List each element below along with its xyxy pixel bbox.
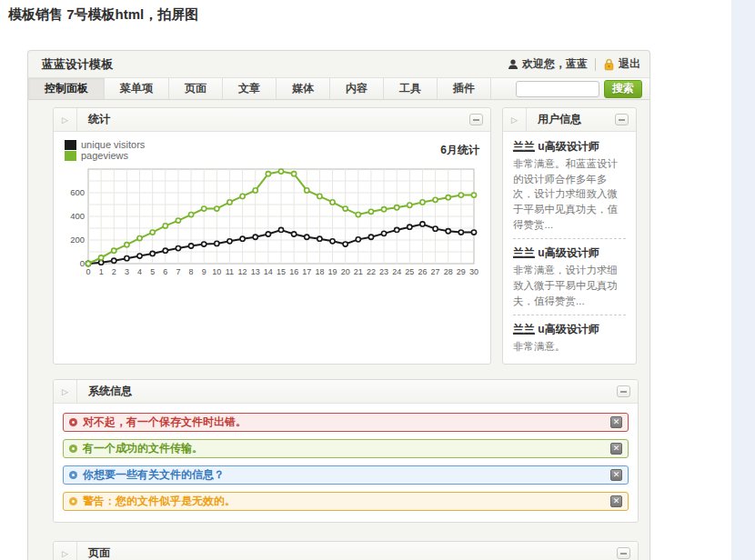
svg-text:21: 21 — [354, 267, 363, 276]
close-icon[interactable]: ✕ — [610, 469, 622, 481]
alert-text: 对不起，有一个保存文件时出错。 — [83, 415, 247, 430]
card-header: 蓝蓝设计模板 欢迎您，蓝蓝 退出 — [28, 51, 649, 77]
alert-info: 你想要一些有关文件的信息？✕ — [63, 465, 629, 485]
system-info-panel: ▷ 系统信息 对不起，有一个保存文件时出错。✕有一个成功的文件传输。✕你想要一些… — [53, 379, 639, 523]
page-title: 模板销售 7号模板html，拍屏图 — [8, 6, 198, 24]
stats-panel-header: ▷ 统计 — [54, 108, 490, 132]
main-navigation: 控制面板菜单项页面文章媒体内容工具插件 搜索 — [28, 77, 649, 100]
person-icon — [508, 59, 518, 70]
legend-swatch — [65, 151, 76, 161]
minimize-button[interactable] — [615, 114, 629, 125]
svg-text:400: 400 — [70, 211, 85, 221]
svg-text:9: 9 — [202, 267, 206, 276]
svg-text:13: 13 — [251, 267, 260, 276]
svg-text:28: 28 — [444, 267, 453, 276]
review-name-line: 兰兰 u高级设计师 — [513, 139, 626, 155]
alert-text: 你想要一些有关文件的信息？ — [83, 467, 225, 483]
system-info-panel-header: ▷ 系统信息 — [54, 380, 638, 404]
chart-svg: 0200400600012345678910111213141516171819… — [65, 165, 479, 278]
logout-link[interactable]: 退出 — [603, 56, 640, 72]
pages-panel-title: 页面 — [77, 545, 110, 560]
stats-panel-body: unique visitorspageviews 6月统计 0200400600… — [54, 132, 490, 289]
nav-tab-7[interactable]: 插件 — [438, 78, 491, 99]
nav-tab-5[interactable]: 内容 — [330, 78, 384, 99]
user-review: 兰兰 u高级设计师非常满意。 — [513, 315, 626, 355]
review-author-link[interactable]: 兰兰 — [513, 140, 535, 153]
svg-text:4: 4 — [137, 267, 142, 276]
panel-toggle-arrow-icon[interactable]: ▷ — [503, 108, 527, 131]
svg-text:15: 15 — [277, 267, 286, 276]
svg-text:30: 30 — [469, 267, 478, 276]
review-name-line: 兰兰 u高级设计师 — [513, 322, 626, 337]
review-author-role: u高级设计师 — [535, 246, 599, 259]
user-info-panel-header: ▷ 用户信息 — [503, 108, 636, 132]
panel-toggle-arrow-icon[interactable]: ▷ — [54, 108, 77, 131]
panel-toggle-arrow-icon[interactable]: ▷ — [54, 380, 77, 403]
svg-text:8: 8 — [189, 267, 194, 276]
svg-text:24: 24 — [392, 267, 401, 276]
nav-tab-2[interactable]: 页面 — [169, 78, 223, 99]
panel-toggle-arrow-icon[interactable]: ▷ — [54, 542, 77, 560]
minimize-button[interactable] — [617, 547, 630, 559]
minimize-button[interactable] — [617, 385, 630, 397]
close-icon[interactable]: ✕ — [610, 416, 622, 428]
svg-text:5: 5 — [150, 267, 155, 276]
svg-text:14: 14 — [264, 267, 273, 276]
close-icon[interactable]: ✕ — [610, 443, 622, 455]
legend-label: pageviews — [81, 150, 128, 161]
svg-text:22: 22 — [367, 267, 376, 276]
nav-search-area: 搜索 — [516, 78, 649, 99]
legend-item: unique visitors — [65, 139, 145, 150]
nav-tab-1[interactable]: 菜单项 — [105, 78, 169, 99]
svg-text:25: 25 — [405, 267, 414, 276]
app-logo: 蓝蓝设计模板 — [42, 56, 113, 73]
svg-text:7: 7 — [176, 267, 180, 276]
content-area: ▷ 统计 unique visitorspageviews 6月统计 02004… — [28, 100, 649, 560]
alerts-list: 对不起，有一个保存文件时出错。✕有一个成功的文件传输。✕你想要一些有关文件的信息… — [54, 404, 638, 522]
header-divider — [595, 58, 596, 71]
pages-panel: ▷ 页面 标题状态创建日期作者 最新iphone APP界面设计欣赏在线2013… — [53, 541, 639, 560]
system-info-panel-title: 系统信息 — [77, 384, 132, 399]
minimize-button[interactable] — [469, 114, 483, 125]
review-name-line: 兰兰 u高级设计师 — [513, 245, 626, 261]
user-reviews-list: 兰兰 u高级设计师非常满意。和蓝蓝设计的设计师合作多年多次，设计力求细致入微于平… — [503, 132, 636, 364]
nav-tab-6[interactable]: 工具 — [384, 78, 438, 99]
admin-template-window: 蓝蓝设计模板 欢迎您，蓝蓝 退出 控制面板菜单项页面文章媒体内容工具插件 搜索 … — [27, 50, 650, 560]
legend-item: pageviews — [65, 150, 145, 161]
nav-tab-3[interactable]: 文章 — [223, 78, 277, 99]
svg-text:1: 1 — [99, 267, 104, 276]
svg-text:16: 16 — [289, 267, 298, 276]
svg-text:20: 20 — [341, 267, 350, 276]
search-input[interactable] — [516, 81, 599, 97]
nav-tab-0[interactable]: 控制面板 — [29, 78, 105, 99]
chart-legend: unique visitorspageviews 6月统计 — [65, 139, 479, 161]
svg-text:17: 17 — [302, 267, 311, 276]
svg-text:6: 6 — [163, 267, 167, 276]
svg-text:29: 29 — [457, 267, 466, 276]
search-button[interactable]: 搜索 — [604, 80, 642, 98]
close-icon[interactable]: ✕ — [610, 495, 622, 507]
svg-text:0: 0 — [80, 258, 85, 268]
page-side-strip — [731, 0, 755, 560]
nav-tab-4[interactable]: 媒体 — [277, 78, 330, 99]
user-area: 欢迎您，蓝蓝 退出 — [508, 56, 640, 72]
svg-text:600: 600 — [70, 187, 85, 197]
review-text: 非常满意，设计力求细致入微于平易中见真功夫，值得赞赏... — [513, 263, 626, 308]
review-author-link[interactable]: 兰兰 — [513, 323, 535, 335]
stats-panel: ▷ 统计 unique visitorspageviews 6月统计 02004… — [53, 107, 491, 365]
legend-swatch — [65, 140, 76, 150]
alert-error: 对不起，有一个保存文件时出错。✕ — [63, 413, 629, 432]
alert-text: 警告：您的文件似乎是无效的。 — [83, 494, 236, 509]
welcome-link[interactable]: 欢迎您，蓝蓝 — [508, 56, 588, 72]
review-author-link[interactable]: 兰兰 — [513, 246, 535, 259]
review-text: 非常满意。和蓝蓝设计的设计师合作多年多次，设计力求细致入微于平易中见真功夫，值得… — [513, 156, 626, 232]
user-review: 兰兰 u高级设计师非常满意。和蓝蓝设计的设计师合作多年多次，设计力求细致入微于平… — [513, 139, 626, 232]
nav-tabs: 控制面板菜单项页面文章媒体内容工具插件 — [28, 78, 491, 99]
review-author-role: u高级设计师 — [535, 323, 599, 335]
svg-text:0: 0 — [86, 267, 90, 276]
visitors-line-chart: 0200400600012345678910111213141516171819… — [65, 165, 479, 282]
lock-icon — [603, 58, 615, 71]
svg-text:200: 200 — [70, 235, 85, 245]
alert-status-icon — [69, 445, 77, 453]
alert-status-icon — [69, 497, 77, 505]
